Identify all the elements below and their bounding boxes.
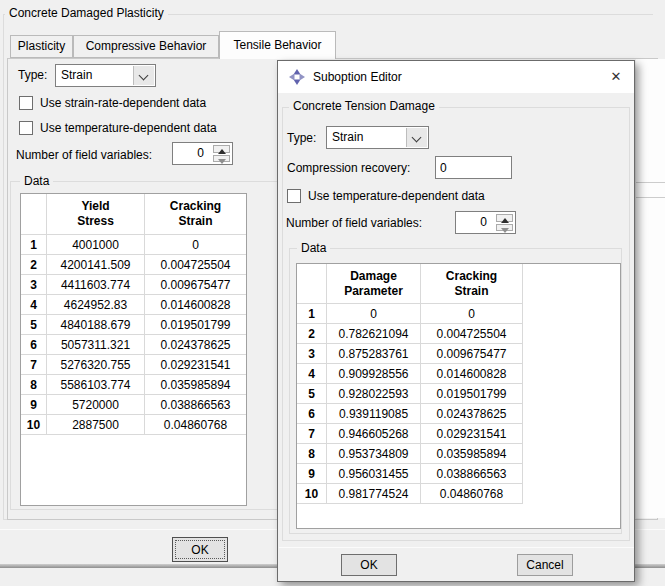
dialog-footer-separator [279,547,634,548]
tab-tensile-behavior[interactable]: Tensile Behavior [219,31,336,59]
cell[interactable]: 0.038866563 [145,395,246,415]
type-dropdown[interactable]: Strain [55,64,156,87]
suboption-icon [289,69,305,85]
field-variables-stepper[interactable]: 0 [172,142,233,165]
dialog-field-variables-stepper[interactable]: 0 [455,211,516,234]
row-number[interactable]: 5 [297,384,327,404]
cell[interactable]: 0.946605268 [327,424,421,444]
table-row: 54840188.6790.019501799 [21,315,246,335]
cell[interactable]: 0.029231541 [145,355,246,375]
row-number[interactable]: 5 [21,315,47,335]
row-number[interactable]: 1 [297,304,327,324]
table-row: 50.9280225930.019501799 [297,384,620,404]
cell[interactable]: 4840188.679 [47,315,145,335]
cell[interactable]: 0.029231541 [421,424,523,444]
row-number[interactable]: 4 [297,364,327,384]
cell[interactable]: 0.909928556 [327,364,421,384]
cell[interactable]: 0.009675477 [421,344,523,364]
cell[interactable]: 0.014600828 [145,295,246,315]
row-number[interactable]: 3 [21,275,47,295]
cell[interactable]: 0.782621094 [327,324,421,344]
chevron-down-icon [412,133,422,143]
cell[interactable]: 0.04860768 [145,415,246,435]
row-number[interactable]: 2 [21,255,47,275]
cell[interactable]: 5720000 [47,395,145,415]
cell[interactable]: 0.024378625 [421,404,523,424]
stepper-down-button[interactable] [213,155,230,163]
row-number[interactable]: 4 [21,295,47,315]
cell[interactable]: 0.04860768 [421,484,523,504]
field-variables-label: Number of field variables: [16,147,152,163]
cell[interactable]: 0.004725504 [145,255,246,275]
cell[interactable]: 0.019501799 [421,384,523,404]
close-icon[interactable]: ✕ [598,61,634,93]
tab-plasticity[interactable]: Plasticity [10,35,73,58]
row-number[interactable]: 2 [297,324,327,344]
stepper-down-button[interactable] [496,224,513,232]
row-number[interactable]: 3 [297,344,327,364]
cell[interactable]: 5586103.774 [47,375,145,395]
row-number[interactable]: 10 [297,484,327,504]
row-number[interactable]: 1 [21,235,47,255]
cell[interactable]: 0.024378625 [145,335,246,355]
table-row: 80.9537348090.035985894 [297,444,620,464]
table-header-row: Yield Stress Cracking Strain [21,194,246,235]
cell[interactable]: 0.956031455 [327,464,421,484]
cell[interactable]: 0.014600828 [421,364,523,384]
dialog-cancel-button[interactable]: Cancel [517,554,573,576]
cell[interactable]: 0.019501799 [145,315,246,335]
row-number[interactable]: 7 [297,424,327,444]
row-number[interactable]: 9 [297,464,327,484]
cell[interactable]: 0.038866563 [421,464,523,484]
cell[interactable]: 4411603.774 [47,275,145,295]
temperature-checkbox[interactable] [19,121,33,135]
cell[interactable]: 0.953734809 [327,444,421,464]
dialog-titlebar[interactable]: Suboption Editor ✕ [278,61,634,93]
strain-rate-checkbox[interactable] [19,96,33,110]
cdp-group-title: Concrete Damaged Plasticity [5,6,168,21]
cell[interactable]: 4624952.83 [47,295,145,315]
row-number[interactable]: 6 [297,404,327,424]
table-row: 44624952.830.014600828 [21,295,246,315]
table-row: 70.9466052680.029231541 [297,424,620,444]
cell[interactable]: 0.035985894 [421,444,523,464]
stepper-up-button[interactable] [496,214,513,222]
dropdown-button[interactable] [133,66,154,85]
row-number[interactable]: 6 [21,335,47,355]
row-number[interactable]: 8 [21,375,47,395]
dropdown-button[interactable] [406,128,427,147]
dialog-data-group-title: Data [297,241,330,256]
column-header: Yield Stress [47,194,145,235]
row-number[interactable]: 10 [21,415,47,435]
cell[interactable]: 0.009675477 [145,275,246,295]
cell[interactable]: 0.035985894 [145,375,246,395]
cell[interactable]: 4001000 [47,235,145,255]
tab-compressive-behavior[interactable]: Compressive Behavior [73,35,219,58]
row-number[interactable]: 8 [297,444,327,464]
compression-recovery-input[interactable] [435,156,512,179]
table-row: 20.7826210940.004725504 [297,324,620,344]
ok-button[interactable]: OK [172,537,228,562]
cell[interactable]: 0.004725504 [421,324,523,344]
row-number[interactable]: 7 [21,355,47,375]
cell[interactable]: 5057311.321 [47,335,145,355]
table-row: 1028875000.04860768 [21,415,246,435]
cell[interactable]: 2887500 [47,415,145,435]
cell[interactable]: 0 [145,235,246,255]
dialog-ok-button[interactable]: OK [341,554,397,576]
cell[interactable]: 0 [421,304,523,324]
cell[interactable]: 5276320.755 [47,355,145,375]
temperature-checkbox-label: Use temperature-dependent data [40,120,217,136]
table-row: 100 [297,304,620,324]
cell[interactable]: 0 [327,304,421,324]
row-number[interactable]: 9 [21,395,47,415]
cell[interactable]: 0.875283761 [327,344,421,364]
cell[interactable]: 0.981774524 [327,484,421,504]
dialog-temperature-checkbox[interactable] [287,189,301,203]
cell[interactable]: 0.928022593 [327,384,421,404]
dialog-type-dropdown[interactable]: Strain [326,126,429,149]
cell[interactable]: 4200141.509 [47,255,145,275]
cell[interactable]: 0.939119085 [327,404,421,424]
stepper-up-button[interactable] [213,145,230,153]
table-row: 24200141.5090.004725504 [21,255,246,275]
